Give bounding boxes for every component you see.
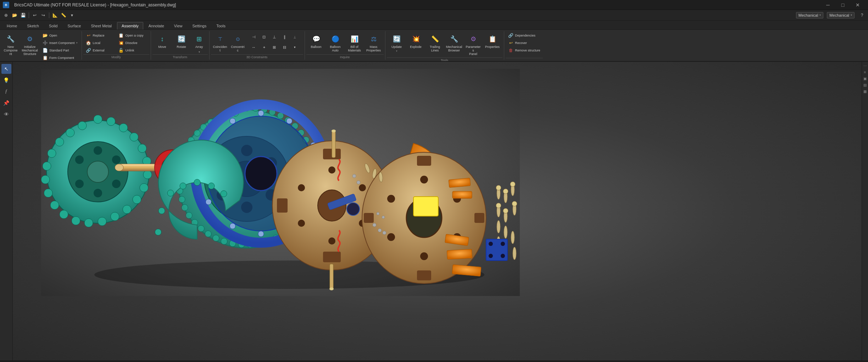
tab-solid[interactable]: Solid	[44, 22, 62, 29]
svg-point-101	[286, 118, 292, 124]
mechanical-browser-button[interactable]: 🔧 MechanicalBrowser	[445, 32, 463, 54]
balloon-button[interactable]: 💬 Balloon	[307, 32, 326, 50]
standard-part-button[interactable]: 📄 Standard Part	[40, 47, 79, 54]
open-button[interactable]: 📂 Open	[40, 32, 79, 39]
local-button[interactable]: 🏠 Local	[84, 39, 116, 46]
right-panel-panel3-icon[interactable]: ▦	[863, 89, 868, 94]
workspace-selector-2[interactable]: Mechanical ▾	[827, 12, 855, 18]
svg-point-156	[497, 220, 500, 233]
qa-more-button[interactable]: ▾	[68, 11, 76, 19]
right-panel-panel1-icon[interactable]: ▣	[863, 76, 868, 81]
sidebar-function-icon[interactable]: ƒ	[1, 87, 11, 97]
svg-point-31	[94, 189, 102, 197]
constraint-btn-7[interactable]: ⌖	[259, 42, 269, 52]
coincident-button[interactable]: ⊤ Coincident	[212, 32, 229, 54]
qa-measure-button[interactable]: 📐	[51, 11, 59, 19]
qa-new-button[interactable]: ⊕	[2, 11, 10, 19]
replace-button[interactable]: ↩ Replace	[84, 32, 116, 39]
qa-open-button[interactable]: 📂	[11, 11, 18, 19]
help-button[interactable]: ?	[858, 11, 866, 19]
tab-view[interactable]: View	[169, 22, 187, 29]
tab-surface[interactable]: Surface	[63, 22, 85, 29]
right-panel-settings-icon[interactable]: ≡	[863, 70, 868, 75]
dependencies-button[interactable]: 🔗 Dependencies	[506, 32, 542, 39]
balloon-auto-button[interactable]: 🔵 BalloonAuto	[326, 32, 345, 54]
explode-button[interactable]: 💥 Explode	[407, 32, 425, 50]
constraint-btn-6[interactable]: ↔	[249, 42, 259, 52]
concentric-button[interactable]: ⊙ Concentric	[229, 32, 246, 54]
maximize-button[interactable]: □	[835, 0, 850, 10]
insert-dropdown: ▾	[76, 42, 78, 44]
init-mech-label: Initialize MechanicalStructure	[21, 45, 39, 56]
svg-point-26	[66, 128, 74, 137]
bill-of-materials-button[interactable]: 📊 Bill ofMaterials	[345, 32, 364, 54]
constraint-btn-3[interactable]: ⊥	[269, 32, 280, 42]
dissolve-button[interactable]: 💥 Dissolve	[117, 39, 149, 46]
recover-button[interactable]: ↩ Recover	[506, 39, 542, 46]
mech-browser-icon: 🔧	[449, 33, 460, 45]
svg-point-33	[75, 155, 84, 164]
constraint-btn-4[interactable]: ∥	[279, 32, 290, 42]
constraint-btn-1[interactable]: ⊣	[249, 32, 259, 42]
tab-assembly[interactable]: Assembly	[117, 22, 143, 29]
tab-annotate[interactable]: Annotate	[144, 22, 169, 29]
right-panel-dots-icon[interactable]: ⋯	[863, 63, 868, 68]
unlink-button[interactable]: 🔓 Unlink	[117, 47, 149, 54]
svg-point-129	[298, 220, 305, 227]
svg-point-13	[133, 195, 141, 204]
external-button[interactable]: 🔗 External	[84, 47, 116, 54]
insert-component-button[interactable]: ➕ Insert Component ▾	[40, 39, 79, 46]
open-copy-button[interactable]: 📋 Open a copy	[117, 32, 149, 39]
update-button[interactable]: 🔄 Update ▾	[388, 32, 406, 54]
constraint-btn-8[interactable]: ⊞	[269, 42, 280, 52]
svg-point-16	[98, 217, 106, 226]
update-label: Update	[391, 45, 402, 49]
remove-structure-button[interactable]: 🗑 Remove structure	[506, 47, 542, 54]
right-panel-panel2-icon[interactable]: ▤	[863, 82, 868, 87]
svg-point-22	[41, 175, 50, 184]
svg-point-177	[489, 254, 493, 258]
tab-sketch[interactable]: Sketch	[22, 22, 44, 29]
qa-save-button[interactable]: 💾	[19, 11, 27, 19]
tab-sheet-metal[interactable]: Sheet Metal	[86, 22, 116, 29]
tab-tools[interactable]: Tools	[212, 22, 230, 29]
properties-button[interactable]: 📋 Properties	[483, 32, 502, 50]
constraint-dropdown[interactable]: ▾	[290, 42, 300, 52]
mass-properties-button[interactable]: ⚖ MassProperties	[365, 32, 383, 54]
minimize-button[interactable]: ─	[820, 0, 835, 10]
qa-redo-button[interactable]: ↪	[39, 11, 47, 19]
svg-point-100	[258, 110, 264, 116]
trailing-lines-button[interactable]: 📏 TrailingLines	[426, 32, 444, 54]
sidebar-cursor-icon[interactable]: ↖	[1, 64, 11, 74]
workspace-selector-1[interactable]: Mechanical ▾	[796, 12, 824, 18]
svg-point-182	[329, 287, 334, 290]
move-button[interactable]: ↕ Move	[153, 32, 172, 50]
tab-home[interactable]: Home	[2, 22, 22, 29]
parameters-panel-button[interactable]: ⚙ ParametersPanel	[464, 32, 483, 57]
sidebar-eye-icon[interactable]: 👁	[1, 109, 11, 119]
new-component-button[interactable]: 🔧 NewComponent	[2, 32, 19, 57]
close-button[interactable]: ✕	[850, 0, 865, 10]
constraint-btn-2[interactable]: ⊡	[259, 32, 269, 42]
ribbon-group-modify: ↩ Replace 🏠 Local 🔗 External 📋 Open a co…	[82, 31, 151, 60]
qa-undo-button[interactable]: ↩	[31, 11, 39, 19]
array-button[interactable]: ⊞ Array	[191, 32, 207, 50]
svg-point-9	[138, 144, 146, 153]
array-icon: ⊞	[194, 33, 205, 45]
initialize-mechanical-button[interactable]: ⚙ Initialize MechanicalStructure	[20, 32, 40, 57]
svg-rect-179	[332, 131, 335, 158]
constraint-btn-9[interactable]: ⊟	[279, 42, 290, 52]
array-dropdown[interactable]: ▾	[199, 50, 200, 54]
extra-group-content: 🔗 Dependencies ↩ Recover 🗑 Remove struct…	[506, 31, 543, 58]
tab-settings[interactable]: Settings	[188, 22, 211, 29]
form-component-button[interactable]: 📋 Form Component	[40, 54, 79, 61]
sidebar-lightbulb-icon[interactable]: 💡	[1, 75, 11, 85]
viewport[interactable]	[13, 62, 862, 361]
svg-point-176	[501, 242, 505, 246]
constraint-btn-5[interactable]: ⟂	[290, 32, 300, 42]
sidebar-pin-icon[interactable]: 📌	[1, 98, 11, 108]
workspace-dropdown-arrow-2: ▾	[851, 13, 852, 17]
qa-ruler-button[interactable]: 📏	[60, 11, 67, 19]
rotate-button[interactable]: 🔄 Rotate	[172, 32, 191, 50]
rotate-label: Rotate	[177, 45, 186, 49]
